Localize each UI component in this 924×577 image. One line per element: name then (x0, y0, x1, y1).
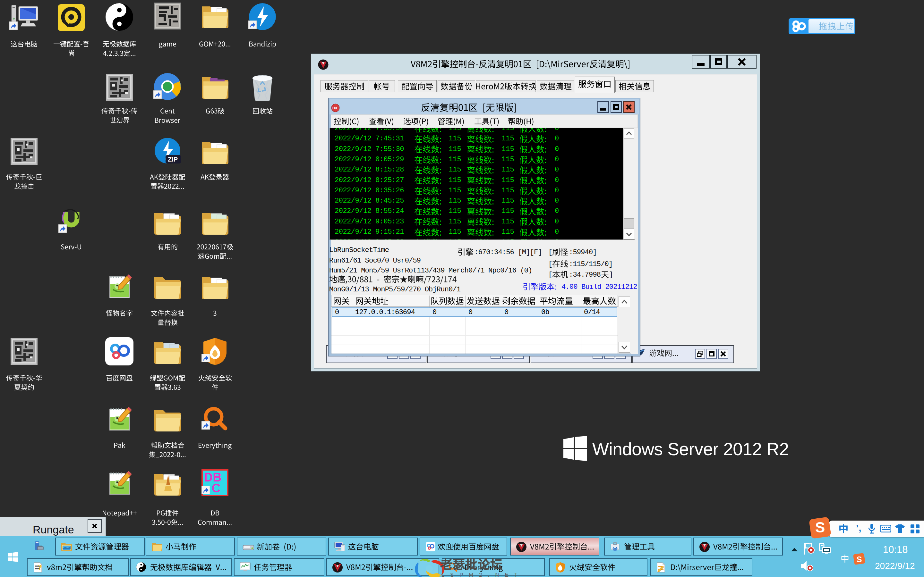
svg-text:DX: DX (333, 106, 338, 110)
svg-text:C: C (212, 482, 220, 495)
svg-text:ZIP: ZIP (168, 156, 178, 163)
svg-text:?: ? (38, 563, 42, 572)
